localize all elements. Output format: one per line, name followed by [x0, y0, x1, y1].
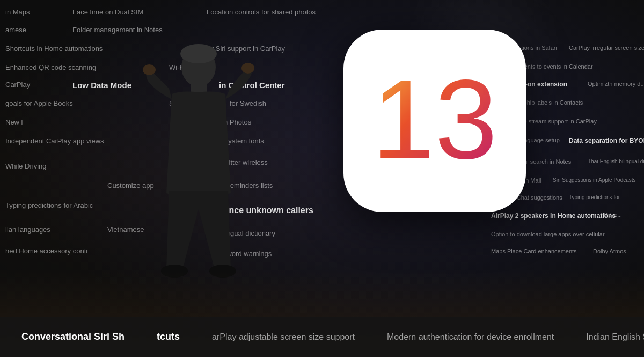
- feature-hed-home: hed Home accessory contr: [5, 247, 89, 255]
- feature-while-driving: While Driving: [5, 162, 47, 170]
- feature-in-maps: in Maps: [5, 8, 30, 16]
- stage: in Maps FaceTime on Dual SIM Location co…: [0, 0, 644, 357]
- feature-vietnamese: Vietnamese: [107, 225, 144, 234]
- feature-video: Video...: [604, 212, 622, 218]
- feature-thai-english: Thai-English bilingual dict...: [588, 158, 644, 164]
- svg-point-2: [180, 44, 217, 63]
- bottom-bar: Conversational Siri Sh tcuts arPlay adju…: [0, 317, 644, 357]
- feature-independent-carplay: Independent CarPlay app views: [5, 137, 104, 145]
- feature-shortcuts: Shortcuts in Home automations: [5, 45, 103, 53]
- bottom-modern-auth: Modern authentication for device enrollm…: [387, 332, 554, 342]
- feature-goals: goals for Apple Books: [5, 99, 73, 107]
- feature-maps-card: Maps Place Card enhancements: [491, 248, 577, 254]
- feature-download-large: Option to download large apps over cellu…: [491, 231, 605, 237]
- feature-folder-mgmt: Folder management in Notes: [72, 26, 163, 34]
- ios13-icon: 13: [343, 30, 526, 212]
- feature-carplay-irregular: CarPlay irregular screen size: [569, 45, 644, 51]
- feature-siri-podcasts: Siri Suggestions in Apple Podcasts: [553, 177, 636, 183]
- feature-new-l: New l: [5, 118, 23, 126]
- feature-qr: Enhanced QR code scanning: [5, 63, 96, 71]
- ios13-svg: 13: [360, 46, 510, 196]
- bottom-conversational-siri: Conversational Siri Sh: [21, 331, 125, 343]
- feature-amese: amese: [5, 26, 26, 34]
- feature-carplay: CarPlay: [5, 81, 30, 89]
- svg-text:13: 13: [372, 56, 497, 183]
- feature-airplay2: AirPlay 2 speakers in Home automations: [491, 212, 616, 220]
- feature-dolby: Dolby Atmos: [593, 248, 626, 254]
- feature-facetime: FaceTime on Dual SIM: [72, 8, 143, 16]
- svg-point-5: [241, 63, 254, 74]
- bottom-carplay-screen: arPlay adjustable screen size support: [212, 332, 355, 342]
- bottom-indian-english: Indian English Siri voices: [586, 332, 644, 342]
- feature-optimiztn: Optimiztn memory d...: [588, 81, 644, 87]
- feature-low-data-mode: Low Data Mode: [72, 81, 131, 90]
- svg-point-4: [143, 64, 156, 75]
- feature-lian: lian languages: [5, 225, 50, 234]
- feature-location-controls: Location controls for shared photos: [207, 8, 316, 16]
- bottom-tcuts: tcuts: [157, 331, 180, 343]
- feature-data-separation: Data separation for BYOD: [569, 137, 644, 144]
- feature-typing-arabic: Typing predictions for Arabic: [5, 201, 93, 209]
- feature-typing-predictions: Typing predictions for: [569, 194, 620, 200]
